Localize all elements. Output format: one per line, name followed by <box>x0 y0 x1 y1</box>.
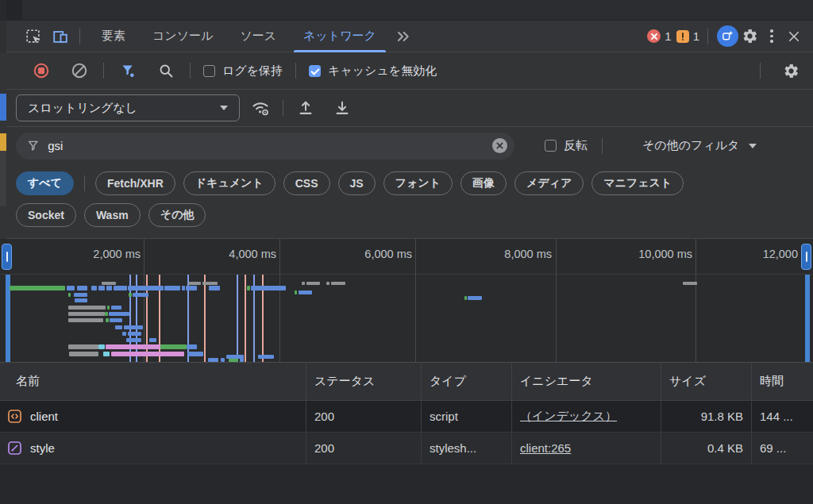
more-tabs-icon[interactable] <box>391 25 414 48</box>
import-har-icon[interactable] <box>295 97 317 119</box>
more-filters-dropdown[interactable]: その他のフィルタ <box>642 138 757 153</box>
ai-assistant-button[interactable] <box>716 25 738 48</box>
more-options-icon[interactable] <box>761 25 783 48</box>
overview-left-handle[interactable] <box>2 244 12 270</box>
clear-filter-icon[interactable] <box>492 138 507 153</box>
request-size: 91.8 KB <box>701 410 743 423</box>
clear-network-log-icon[interactable] <box>68 60 91 82</box>
network-conditions-icon[interactable] <box>249 97 272 119</box>
timeline-gridline <box>279 239 280 362</box>
export-har-icon[interactable] <box>331 97 353 119</box>
waterfall-bar <box>187 344 197 349</box>
chip-all[interactable]: すべて <box>16 171 74 195</box>
requests-table: 名前 ステータス タイプ イニシエータ サイズ 時間 client 200 sc… <box>0 363 813 504</box>
chip-media[interactable]: メディア <box>514 171 584 195</box>
conditions-toolbar: スロットリングなし <box>6 90 813 127</box>
chip-other[interactable]: その他 <box>148 203 206 227</box>
waterfall-bar <box>110 318 122 322</box>
request-name: client <box>30 410 58 423</box>
window-corner <box>6 0 22 21</box>
tab-elements[interactable]: 要素 <box>88 21 139 52</box>
throttling-select[interactable]: スロットリングなし <box>16 94 240 121</box>
waterfall-bar <box>302 282 305 285</box>
column-header-name[interactable]: 名前 <box>0 363 306 400</box>
request-initiator-link[interactable]: （インデックス） <box>520 409 617 424</box>
device-toolbar-icon[interactable] <box>49 25 71 48</box>
column-header-size[interactable]: サイズ <box>661 363 752 400</box>
devtools-window: 要素 コンソール ソース ネットワーク 1 1 <box>0 0 813 504</box>
error-count: 1 <box>665 29 671 43</box>
table-row[interactable]: client 200 script （インデックス） 91.8 KB 144 .… <box>0 401 813 433</box>
column-header-time[interactable]: 時間 <box>752 363 813 400</box>
chip-css[interactable]: CSS <box>283 171 330 195</box>
chip-font[interactable]: フォント <box>383 171 453 195</box>
waterfall-bar <box>98 286 105 290</box>
filter-input[interactable] <box>48 139 483 152</box>
waterfall-bar <box>208 358 218 362</box>
waterfall-bar <box>115 325 122 329</box>
tab-sources[interactable]: ソース <box>226 21 290 52</box>
chip-wasm[interactable]: Wasm <box>84 203 141 227</box>
chip-document[interactable]: ドキュメント <box>183 171 275 195</box>
search-icon[interactable] <box>155 60 177 82</box>
chip-fetch-xhr[interactable]: Fetch/XHR <box>95 171 175 195</box>
chip-js[interactable]: JS <box>338 171 376 195</box>
request-time: 144 ... <box>760 410 793 423</box>
tab-label: コンソール <box>152 29 213 44</box>
request-initiator-link[interactable]: client:265 <box>520 441 571 455</box>
chip-socket[interactable]: Socket <box>16 203 76 227</box>
waterfall-bar <box>106 318 109 322</box>
timeline-axis-label: 12,000 <box>671 248 798 260</box>
request-time: 69 ... <box>760 441 786 455</box>
close-devtools-icon[interactable] <box>783 25 805 48</box>
request-type-chips-row2: Socket Wasm その他 <box>6 202 813 239</box>
preserve-log-checkbox[interactable]: ログを保持 <box>203 63 283 79</box>
divider <box>295 63 296 79</box>
waterfall-bar <box>182 286 185 290</box>
waterfall-bar <box>683 282 697 285</box>
tab-console[interactable]: コンソール <box>139 21 226 52</box>
waterfall-bar <box>202 282 218 285</box>
settings-gear-icon[interactable] <box>738 25 761 48</box>
inspect-element-icon[interactable] <box>22 25 44 48</box>
waterfall-bar <box>98 344 105 349</box>
event-marker-line <box>245 275 246 363</box>
overview-right-grip[interactable] <box>805 275 810 363</box>
waterfall-bar <box>124 325 143 329</box>
waterfall-bar <box>75 298 87 302</box>
overview-timeline[interactable]: 2,000 ms4,000 ms6,000 ms8,000 ms10,000 m… <box>0 239 813 363</box>
waterfall-bar <box>106 286 112 290</box>
filter-toggle-icon[interactable] <box>117 60 139 82</box>
column-header-status[interactable]: ステータス <box>306 363 422 400</box>
checkbox-unchecked <box>203 65 215 77</box>
waterfall-bar <box>68 318 103 322</box>
waterfall-bar <box>186 286 197 290</box>
record-network-log-icon[interactable] <box>30 60 52 82</box>
warning-badge[interactable]: 1 <box>676 29 699 43</box>
waterfall-bar <box>188 282 201 285</box>
invert-filter-checkbox[interactable]: 反転 <box>545 138 588 153</box>
waterfall-bar <box>464 296 467 300</box>
network-settings-gear-icon[interactable] <box>780 60 802 82</box>
error-badge[interactable]: 1 <box>647 29 671 43</box>
table-row[interactable]: style 200 stylesh... client:265 0.4 KB 6… <box>0 433 813 464</box>
column-label: 時間 <box>760 374 784 389</box>
tab-network[interactable]: ネットワーク <box>290 21 390 52</box>
waterfall-bar <box>160 344 187 349</box>
waterfall-bar <box>106 344 161 349</box>
divider <box>283 100 283 116</box>
waterfall-bar <box>221 358 225 362</box>
chip-manifest[interactable]: マニフェスト <box>591 171 684 195</box>
disable-cache-checkbox[interactable]: キャッシュを無効化 <box>309 63 437 79</box>
tab-label: ネットワーク <box>303 29 376 44</box>
column-label: ステータス <box>314 374 375 389</box>
column-header-initiator[interactable]: イニシエータ <box>512 363 661 400</box>
column-label: イニシエータ <box>520 374 593 389</box>
request-status: 200 <box>314 410 334 423</box>
waterfall-bar <box>209 286 220 290</box>
checkbox-unchecked <box>545 140 557 152</box>
chip-image[interactable]: 画像 <box>460 171 507 195</box>
overview-right-handle[interactable] <box>801 244 811 270</box>
divider <box>707 29 708 44</box>
column-header-type[interactable]: タイプ <box>422 363 512 400</box>
